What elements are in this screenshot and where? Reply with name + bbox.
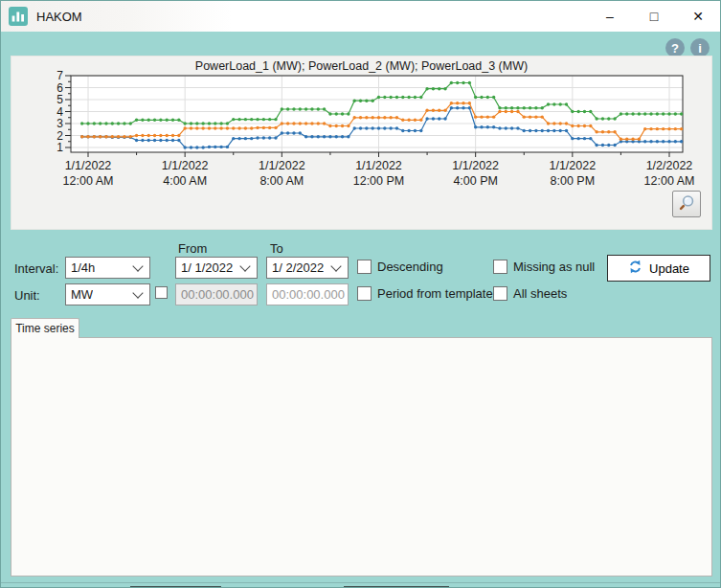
titlebar: HAKOM – □ ✕ [1,1,720,32]
svg-text:6: 6 [56,81,63,95]
minimize-button[interactable]: – [588,1,632,32]
close-button[interactable]: ✕ [676,1,720,32]
app-logo-icon [9,7,28,26]
all-sheets-checkbox[interactable] [493,286,507,301]
svg-text:1/1/2022: 1/1/2022 [162,159,209,172]
time-from-field: 00:00:00.000 [175,283,258,305]
descending-checkbox-label: Descending [377,260,443,274]
svg-text:8:00 PM: 8:00 PM [551,174,596,188]
time-to-field[interactable]: 00:00:00.000 [266,283,349,305]
descending-option: Descending [357,260,443,274]
svg-text:1/1/2022: 1/1/2022 [549,159,596,172]
header-buttons: ? i [665,38,710,57]
period-from-template-checkbox[interactable] [357,286,372,301]
chevron-down-icon [132,287,143,298]
magnifier-icon [679,194,695,214]
time-series-tab-panel [11,337,712,577]
svg-text:12:00 PM: 12:00 PM [353,174,405,188]
from-date-picker[interactable]: 1/ 1/2022 [175,257,258,279]
interval-select[interactable]: 1/4h [65,257,150,279]
hakom-window: HAKOM – □ ✕ ? i PowerLoad_1 (MW); PowerL… [0,0,721,588]
chevron-down-icon [239,260,250,271]
time-enable-checkbox[interactable] [155,286,168,299]
update-button-label: Update [649,261,689,276]
refresh-icon [628,260,642,277]
from-label: From [178,241,207,256]
missing-as-null-checkbox-label: Missing as null [513,260,595,274]
svg-text:1: 1 [56,141,63,154]
svg-text:5: 5 [56,93,63,106]
bottom-divider [1,582,721,583]
svg-text:2: 2 [56,129,63,143]
help-button[interactable]: ? [665,38,685,57]
window-controls: – □ ✕ [588,1,720,32]
svg-text:1/1/2022: 1/1/2022 [65,159,112,172]
unit-label: Unit: [14,288,40,303]
tab-time-series[interactable]: Time series [11,318,79,338]
missing-as-null-option: Missing as null [493,260,595,274]
all-sheets-option: All sheets [493,286,567,301]
svg-text:4:00 PM: 4:00 PM [453,174,498,188]
svg-text:8:00 AM: 8:00 AM [259,174,304,188]
svg-text:1/1/2022: 1/1/2022 [259,159,305,172]
to-label: To [270,241,283,256]
svg-text:1/2/2022: 1/2/2022 [646,159,693,172]
maximize-button[interactable]: □ [632,1,676,32]
svg-text:7: 7 [56,69,63,82]
svg-text:12:00 AM: 12:00 AM [644,174,695,188]
unit-select[interactable]: MW [65,283,150,305]
svg-text:1/1/2022: 1/1/2022 [355,159,402,172]
chevron-down-icon [330,260,341,271]
info-button[interactable]: i [690,38,710,57]
missing-as-null-checkbox[interactable] [493,260,507,274]
svg-text:4:00 AM: 4:00 AM [163,174,207,188]
svg-text:1/1/2022: 1/1/2022 [452,159,499,172]
period-from-template-option: Period from template [357,286,493,301]
svg-text:12:00 AM: 12:00 AM [63,174,114,188]
all-sheets-checkbox-label: All sheets [513,286,567,301]
period-from-template-checkbox-label: Period from template [377,286,493,301]
chevron-down-icon [132,260,143,271]
descending-checkbox[interactable] [357,260,372,274]
to-date-picker[interactable]: 1/ 2/2022 [266,257,349,279]
update-button[interactable]: Update [607,255,710,282]
window-title: HAKOM [36,10,82,24]
svg-text:3: 3 [56,117,63,130]
interval-label: Interval: [14,261,58,276]
chart-zoom-button[interactable] [672,191,701,217]
chart-panel: PowerLoad_1 (MW); PowerLoad_2 (MW); Powe… [11,56,712,230]
timeseries-chart: 12345671/1/202212:00 AM1/1/20224:00 AM1/… [11,57,713,231]
svg-text:4: 4 [56,105,63,119]
